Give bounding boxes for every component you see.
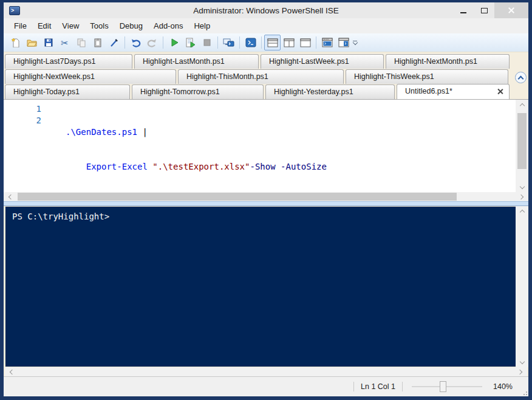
menu-edit[interactable]: Edit (32, 19, 56, 32)
status-separator (402, 382, 403, 391)
show-script-pane-top-button[interactable] (264, 35, 281, 50)
show-script-pane-right-button[interactable] (281, 35, 297, 50)
save-button[interactable] (40, 35, 56, 50)
editor-vscroll-thumb[interactable] (517, 113, 527, 169)
tab-highlight-today[interactable]: Highlight-Today.ps1 (5, 84, 130, 99)
code-editor[interactable]: 1 2 .\GenDates.ps1 | Export-Excel ".\tes… (4, 100, 516, 192)
chevron-up-icon (518, 75, 524, 81)
window-title: Administrator: Windows PowerShell ISE (4, 6, 528, 15)
app-window: Administrator: Windows PowerShell ISE Fi… (0, 0, 532, 400)
menu-help[interactable]: Help (188, 19, 216, 32)
resize-grip[interactable] (521, 389, 527, 395)
editor-horizontal-scrollbar[interactable] (4, 192, 528, 201)
code-content[interactable]: .\GenDates.ps1 | Export-Excel ".\testExp… (41, 103, 516, 192)
new-script-button[interactable] (7, 35, 24, 50)
start-powershell-icon (245, 38, 256, 47)
scroll-down-icon[interactable] (516, 182, 528, 192)
scroll-down-icon[interactable] (516, 357, 528, 367)
menu-addons[interactable]: Add-ons (148, 19, 188, 32)
console-horizontal-scrollbar[interactable] (5, 367, 527, 376)
copy-button[interactable] (73, 35, 89, 50)
minimize-button[interactable] (453, 2, 474, 18)
close-icon (508, 7, 515, 14)
code-line-1: .\GenDates.ps1 | (66, 126, 516, 138)
redo-icon (147, 38, 157, 47)
toolbar-separator (261, 36, 262, 49)
maximize-button[interactable] (474, 2, 494, 18)
new-remote-powershell-tab-button[interactable] (220, 35, 237, 50)
clear-console-icon (109, 38, 119, 47)
console-window-button[interactable] (319, 35, 335, 50)
paste-button[interactable] (89, 35, 106, 50)
scroll-left-icon[interactable] (5, 367, 18, 377)
tab-highlight-nextweek[interactable]: Highlight-NextWeek.ps1 (5, 69, 176, 84)
editor-hscroll-thumb[interactable] (18, 193, 457, 201)
stop-operation-icon (202, 38, 212, 47)
tab-close-icon[interactable] (497, 88, 503, 95)
command-addon-button[interactable] (335, 35, 352, 50)
tab-highlight-last7days[interactable]: Highlight-Last7Days.ps1 (5, 54, 132, 69)
tab-highlight-thisweek[interactable]: Highlight-ThisWeek.ps1 (346, 69, 508, 84)
run-selection-button[interactable] (182, 35, 199, 50)
menu-file[interactable]: File (9, 19, 32, 32)
open-script-button[interactable] (24, 35, 40, 50)
start-powershell-button[interactable] (242, 35, 259, 50)
tab-row-2: Highlight-NextWeek.ps1 Highlight-ThisMon… (4, 69, 528, 84)
menu-debug[interactable]: Debug (114, 19, 148, 32)
undo-button[interactable] (128, 35, 144, 50)
active-tab-label: Untitled6.ps1* (405, 87, 452, 95)
scroll-up-icon[interactable] (516, 100, 528, 109)
run-script-button[interactable] (166, 35, 182, 50)
show-script-pane-top-icon (267, 38, 278, 47)
line-number-gutter: 1 2 (4, 103, 41, 192)
tab-untitled6-active[interactable]: Untitled6.ps1* (397, 84, 510, 99)
zoom-slider[interactable] (412, 386, 482, 387)
tab-list-expander-button[interactable] (515, 72, 527, 83)
cut-icon: ✂ (61, 38, 69, 47)
script-tab-strip: Highlight-Last7Days.ps1 Highlight-LastMo… (4, 52, 528, 100)
tab-highlight-yesterday[interactable]: Highlight-Yesterday.ps1 (265, 84, 395, 99)
open-folder-icon (27, 38, 37, 47)
copy-icon (77, 38, 86, 47)
tab-row-1: Highlight-Last7Days.ps1 Highlight-LastMo… (4, 53, 528, 69)
tab-row-3: Highlight-Today.ps1 Highlight-Tomorrow.p… (4, 84, 528, 99)
tab-highlight-nextmonth[interactable]: Highlight-NextMonth.ps1 (386, 54, 510, 69)
cursor-position: Ln 1 Col 1 (361, 382, 395, 391)
line-number: 1 (4, 103, 41, 115)
maximize-icon (481, 8, 488, 13)
scroll-right-icon[interactable] (514, 367, 527, 377)
show-script-pane-right-icon (284, 38, 295, 47)
redo-button[interactable] (144, 35, 160, 50)
title-bar: Administrator: Windows PowerShell ISE (4, 2, 528, 18)
clear-console-button[interactable] (106, 35, 122, 50)
minimize-icon (460, 12, 466, 13)
run-script-icon (169, 38, 179, 47)
show-script-pane-maximized-icon (300, 38, 311, 47)
scroll-left-icon[interactable] (4, 192, 16, 202)
close-button[interactable] (494, 2, 528, 18)
editor-vertical-scrollbar[interactable] (516, 100, 528, 192)
new-script-icon (11, 38, 21, 47)
console-output[interactable]: PS C:\tryHighlight> (5, 206, 516, 367)
pane-splitter[interactable] (4, 201, 528, 206)
console-vertical-scrollbar[interactable] (516, 206, 528, 367)
command-addon-icon (338, 38, 349, 47)
show-script-pane-maximized-button[interactable] (297, 35, 313, 50)
tab-highlight-lastmonth[interactable]: Highlight-LastMonth.ps1 (134, 54, 259, 69)
cut-button[interactable]: ✂ (56, 35, 73, 50)
stop-operation-button[interactable] (199, 35, 215, 50)
menu-tools[interactable]: Tools (84, 19, 114, 32)
toolbar-separator (217, 36, 218, 49)
tab-highlight-thismonth[interactable]: Highlight-ThisMonth.ps1 (178, 69, 344, 84)
zoom-slider-thumb[interactable] (440, 381, 446, 392)
menu-view[interactable]: View (56, 19, 84, 32)
console-pane: PS C:\tryHighlight> (4, 206, 528, 367)
tab-highlight-tomorrow[interactable]: Highlight-Tomorrow.ps1 (132, 84, 264, 99)
scroll-right-icon[interactable] (516, 192, 528, 202)
console-prompt: PS C:\tryHighlight> (12, 212, 109, 221)
status-separator (353, 382, 354, 391)
tab-highlight-lastweek[interactable]: Highlight-LastWeek.ps1 (261, 54, 384, 69)
toolbar-separator (239, 36, 240, 49)
toolbar-overflow-button[interactable] (353, 41, 357, 45)
scroll-up-icon[interactable] (516, 206, 528, 216)
